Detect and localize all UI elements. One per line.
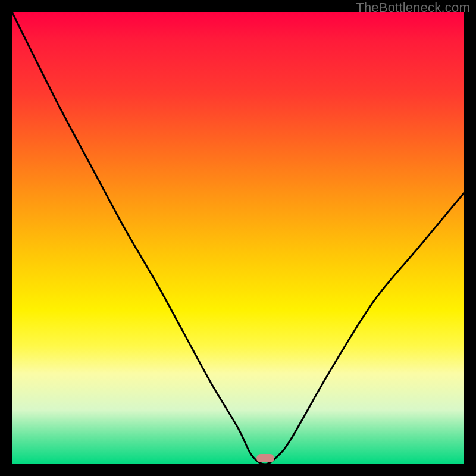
- minimum-marker: [256, 454, 274, 462]
- plot-gradient-background: [12, 12, 464, 464]
- chart-container: TheBottleneck.com: [0, 0, 476, 476]
- plot-frame: [12, 12, 464, 464]
